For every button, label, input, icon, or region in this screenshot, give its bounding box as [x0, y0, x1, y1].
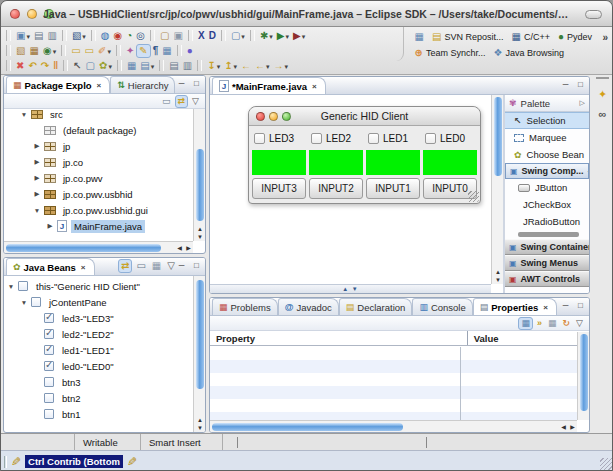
close-button[interactable] — [10, 9, 20, 19]
editor-splitter-handle[interactable] — [210, 284, 491, 293]
new-file-button[interactable]: ▢ — [229, 29, 247, 43]
properties-table-body[interactable] — [210, 347, 577, 420]
pencil-icon[interactable] — [127, 455, 137, 469]
tree-item[interactable]: ▼jp.co.pwv.usbhid.gui — [4, 202, 193, 218]
save-all-button[interactable]: ▥ — [181, 59, 194, 73]
occurrences-button[interactable]: ✦ — [124, 44, 136, 58]
maximize-view-button[interactable] — [575, 301, 586, 311]
maximize-view-button[interactable] — [575, 80, 586, 90]
dropdown-arrow-icon[interactable] — [285, 30, 289, 41]
designed-led-panel-0[interactable] — [423, 150, 477, 175]
perspective-pydev-button[interactable]: ●Pydev — [558, 31, 592, 43]
bean-tool-button[interactable]: ✿ — [97, 59, 114, 73]
dropdown-arrow-icon[interactable] — [217, 60, 221, 71]
maximize-view-button[interactable] — [191, 261, 202, 271]
column-divider[interactable] — [460, 347, 461, 420]
tree-item[interactable]: led1-"LED1" — [4, 342, 193, 358]
perspective-cpp-button[interactable]: ▦C/C++ — [511, 31, 549, 43]
tab-java-beans[interactable]: ✿ Java Beans × — [6, 258, 95, 275]
scroll-up-icon[interactable] — [194, 416, 206, 424]
redo-button[interactable]: ↷ — [39, 59, 51, 73]
forward-button[interactable]: → — [272, 59, 291, 73]
tree-item[interactable]: (default package) — [4, 122, 193, 138]
remote-search-button[interactable]: ◎ — [134, 29, 147, 43]
tree-arrow-icon[interactable]: ▶ — [32, 190, 42, 198]
categories-button[interactable]: ▦ — [518, 317, 533, 330]
open-resource-button[interactable]: ▭ — [83, 44, 96, 58]
designed-frame-titlebar[interactable]: Generic HID Client — [249, 107, 480, 126]
highlighter-button[interactable]: ✎ — [136, 44, 150, 58]
perspective-team-button[interactable]: ⊕Team Synchr... — [415, 47, 486, 59]
view-menu-button[interactable]: ▽ — [574, 317, 585, 330]
designed-button-input3[interactable]: INPUT3 — [252, 178, 306, 199]
refresh-button[interactable]: ↻ — [561, 317, 573, 330]
perspective-svn-button[interactable]: ▤SVN Reposit... — [432, 31, 503, 43]
advanced-properties-button[interactable]: » — [535, 317, 544, 330]
visibility-checkbox[interactable] — [44, 345, 54, 355]
scrollbar-thumb[interactable] — [196, 149, 204, 222]
dropdown-arrow-icon[interactable] — [108, 60, 112, 71]
palette-drawer-swing-containers[interactable]: ▣Swing Containers — [505, 239, 589, 255]
open-type-button[interactable]: ▭ — [69, 44, 82, 58]
palette-tool-choose-bean[interactable]: Choose Bean — [505, 146, 589, 163]
palette-header[interactable]: ✾ Palette ▷ — [505, 95, 589, 112]
delete-button[interactable]: ✖ — [14, 59, 26, 73]
palette-drawer-swing-components[interactable]: ▣Swing Comp...« — [505, 163, 589, 179]
dropdown-arrow-icon[interactable] — [82, 30, 86, 41]
dropdown-arrow-icon[interactable] — [234, 60, 238, 71]
collapse-all-button[interactable]: ▭ — [134, 259, 147, 273]
column-property[interactable]: Property — [210, 331, 468, 345]
dropdown-arrow-icon[interactable] — [241, 30, 245, 41]
designed-close-icon[interactable] — [256, 112, 265, 121]
dropdown-arrow-icon[interactable] — [302, 30, 306, 41]
palette-item-jcheckbox[interactable]: JCheckBox — [505, 196, 589, 213]
tree-arrow-icon[interactable]: ▶ — [45, 222, 55, 230]
visibility-checkbox[interactable] — [44, 377, 54, 387]
scrollbar-thumb[interactable] — [6, 244, 161, 252]
palette-drawer-awt-controls[interactable]: ▣AWT Controls — [505, 271, 589, 287]
fast-view-handle[interactable] — [596, 77, 609, 79]
tab-javadoc[interactable]: @Javadoc — [278, 298, 339, 315]
designed-minimize-icon[interactable] — [269, 112, 278, 121]
tree-item[interactable]: led0-"LED0" — [4, 358, 193, 374]
tree-item[interactable]: ▶jp — [4, 138, 193, 154]
xml-button[interactable]: X — [196, 29, 207, 43]
designed-frame[interactable]: Generic HID Client LED3LED2LED1LED0 INPU… — [248, 106, 481, 204]
prev-annotation-button[interactable]: ↥ — [222, 59, 239, 73]
scrollbar-thumb[interactable] — [196, 280, 204, 389]
tree-item[interactable]: led2-"LED2" — [4, 326, 193, 342]
close-tab-icon[interactable]: × — [79, 262, 88, 273]
visibility-checkbox[interactable] — [44, 409, 54, 419]
next-annotation-button[interactable]: ↧ — [205, 59, 222, 73]
tree-arrow-icon[interactable]: ▶ — [32, 174, 42, 182]
run-last-button[interactable]: ▶ — [291, 29, 307, 43]
print-button[interactable]: ▥ — [45, 29, 58, 43]
visibility-checkbox[interactable] — [18, 281, 28, 291]
minimize-view-button[interactable] — [560, 301, 571, 311]
designed-led-panel-1[interactable] — [366, 150, 420, 175]
package-explorer-hscrollbar[interactable] — [4, 241, 193, 253]
java-application-button[interactable]: ▧ — [70, 29, 88, 43]
tree-item[interactable]: ▶jp.co.pwv — [4, 170, 193, 186]
scroll-up-icon[interactable] — [492, 268, 503, 276]
last-edit-location-button[interactable]: ← — [239, 59, 253, 73]
selection-tool-button[interactable]: ↖ — [71, 59, 83, 73]
dtd-button[interactable]: D — [207, 29, 218, 43]
dropdown-arrow-icon[interactable] — [269, 30, 273, 41]
save-editor-button[interactable]: ▤ — [167, 59, 180, 73]
pause-button[interactable]: ‖ — [51, 59, 60, 73]
tab-declaration[interactable]: ▤Declaration — [339, 298, 413, 315]
tree-arrow-icon[interactable]: ▼ — [6, 283, 16, 290]
dropdown-arrow-icon[interactable] — [266, 60, 270, 71]
view-menu-button[interactable]: ▽ — [190, 95, 201, 108]
restore-defaults-button[interactable]: ▦ — [546, 317, 559, 330]
close-tab-icon[interactable]: × — [541, 302, 550, 313]
link-bean-button[interactable]: ▣ — [172, 29, 185, 43]
scroll-left-icon[interactable] — [175, 242, 184, 254]
tree-arrow-icon[interactable]: ▼ — [32, 207, 42, 214]
java-view-button[interactable]: ▦ — [125, 59, 138, 73]
back-button[interactable]: ← — [253, 59, 272, 73]
tree-item[interactable]: btn2 — [4, 390, 193, 406]
palette-tool-marquee[interactable]: Marquee — [505, 129, 589, 146]
run-button[interactable]: ▶ — [275, 29, 291, 43]
